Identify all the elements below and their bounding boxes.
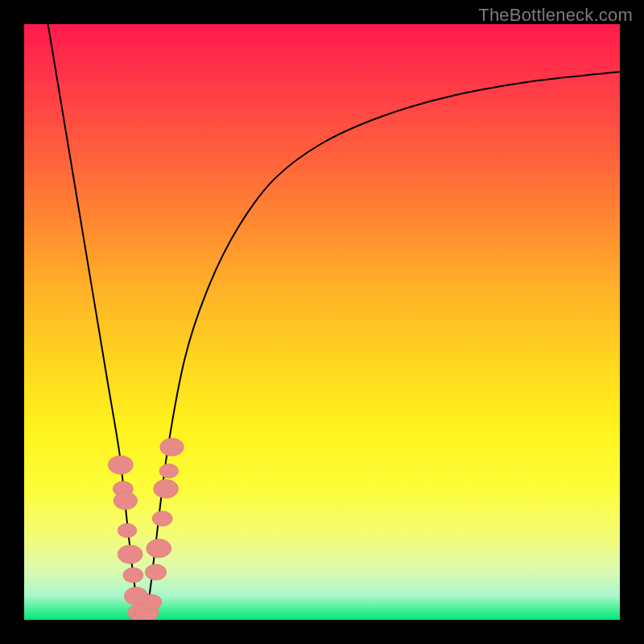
marker-point xyxy=(159,464,179,478)
watermark-text: TheBottleneck.com xyxy=(478,5,633,26)
marker-point xyxy=(147,539,171,558)
marker-point xyxy=(108,456,133,474)
chart-svg xyxy=(24,24,620,620)
marker-point xyxy=(118,523,137,538)
highlight-markers xyxy=(108,438,184,620)
marker-point xyxy=(160,438,184,456)
marker-point xyxy=(145,564,167,580)
chart-frame: TheBottleneck.com xyxy=(0,0,644,644)
marker-point xyxy=(152,511,172,526)
marker-point xyxy=(114,492,138,510)
chart-plot-area xyxy=(24,24,620,620)
marker-point xyxy=(118,545,142,564)
marker-point xyxy=(142,594,162,609)
marker-point xyxy=(123,568,143,583)
marker-point xyxy=(154,480,179,498)
